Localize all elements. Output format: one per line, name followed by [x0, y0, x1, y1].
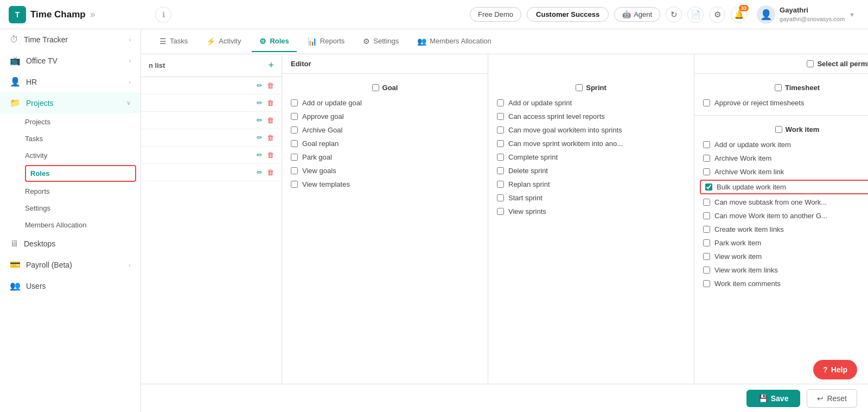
tab-roles[interactable]: ⚙ Roles — [252, 31, 296, 52]
sprint-section-checkbox[interactable] — [576, 84, 583, 91]
checkbox-goal-replan[interactable] — [291, 140, 298, 147]
help-button[interactable]: ? Help — [813, 360, 857, 379]
document-icon[interactable]: 📄 — [687, 7, 704, 23]
customer-success-button[interactable]: Customer Success — [527, 7, 609, 22]
checkbox-bulk-update-workitem[interactable] — [705, 183, 712, 191]
perm-add-update-goal: Add or update goal — [282, 96, 488, 110]
checkbox-add-update-goal[interactable] — [291, 99, 298, 106]
edit-role-button[interactable]: ✏ — [257, 151, 263, 159]
checkbox-sprint-reports[interactable] — [497, 113, 504, 120]
delete-role-button[interactable]: 🗑 — [267, 81, 274, 90]
checkbox-view-templates[interactable] — [291, 181, 298, 188]
tab-activity[interactable]: ⚡ Activity — [199, 31, 248, 52]
user-email: gayathri@snovasys.com — [780, 15, 845, 23]
sidebar-item-time-tracker[interactable]: ⏱ Time Tracker › — [0, 29, 141, 50]
edit-role-button[interactable]: ✏ — [257, 81, 263, 90]
checkbox-goal-workitem-sprint[interactable] — [497, 126, 504, 134]
edit-role-button[interactable]: ✏ — [257, 134, 263, 142]
checkbox-delete-sprint[interactable] — [497, 167, 504, 174]
checkbox-archive-workitem-link[interactable] — [703, 168, 710, 175]
user-area[interactable]: 👤 Gayathri gayathri@snovasys.com ▼ — [752, 3, 859, 26]
expand-icon[interactable]: » — [90, 9, 95, 20]
activity-tab-icon: ⚡ — [206, 37, 215, 46]
chevron-right-icon: › — [129, 36, 131, 43]
sidebar-sub-activity[interactable]: Activity — [25, 147, 141, 164]
edit-role-button[interactable]: ✏ — [257, 99, 263, 107]
delete-role-button[interactable]: 🗑 — [267, 168, 274, 176]
checkbox-move-subtask[interactable] — [703, 199, 710, 206]
edit-role-button[interactable]: ✏ — [257, 116, 263, 124]
settings-icon[interactable]: ⚙ — [709, 7, 725, 23]
tab-reports[interactable]: 📊 Reports — [300, 31, 353, 52]
timesheet-section-checkbox[interactable] — [775, 84, 782, 91]
sidebar-sub-settings[interactable]: Settings — [25, 200, 141, 217]
checkbox-park-workitem[interactable] — [703, 239, 710, 246]
refresh-icon[interactable]: ↻ — [666, 7, 682, 23]
tab-members-allocation[interactable]: 👥 Members Allocation — [410, 31, 499, 52]
checkbox-move-workitem-goal[interactable] — [703, 212, 710, 219]
sidebar-sub-reports[interactable]: Reports — [25, 183, 141, 200]
office-tv-icon: 📺 — [10, 55, 21, 66]
sidebar-item-users[interactable]: 👥 Users — [0, 275, 141, 296]
add-role-button[interactable]: + — [268, 60, 274, 71]
checkbox-sprint-workitem[interactable] — [497, 140, 504, 147]
sidebar-item-projects[interactable]: 📁 Projects ∨ — [0, 92, 141, 113]
tab-tasks[interactable]: ☰ Tasks — [152, 31, 195, 52]
select-all-checkbox[interactable] — [807, 60, 814, 67]
checkbox-create-workitem-links[interactable] — [703, 226, 710, 233]
tab-settings[interactable]: ⚙ Settings — [355, 31, 406, 52]
sidebar-item-hr[interactable]: 👤 HR › — [0, 71, 141, 92]
checkbox-archive-goal[interactable] — [291, 126, 298, 134]
checkbox-approve-goal[interactable] — [291, 113, 298, 120]
sidebar-sub-members-allocation[interactable]: Members Allocation — [25, 217, 141, 233]
sidebar-sub-tasks[interactable]: Tasks — [25, 130, 141, 147]
checkbox-view-workitem[interactable] — [703, 253, 710, 260]
checkbox-view-goals[interactable] — [291, 167, 298, 174]
workitem-section-checkbox[interactable] — [775, 126, 782, 133]
workitem-section-title: Work item — [694, 121, 868, 138]
checkbox-view-workitem-links[interactable] — [703, 267, 710, 274]
sprint-panel: Sprint Sprint Add or update sprint Can a… — [488, 54, 694, 412]
edit-role-button[interactable]: ✏ — [257, 168, 263, 176]
select-all-row: Select all permissions — [694, 54, 868, 74]
help-icon: ? — [823, 365, 828, 374]
sidebar-sub-roles[interactable]: Roles — [25, 165, 136, 182]
delete-role-button[interactable]: 🗑 — [267, 151, 274, 159]
checkbox-archive-workitem[interactable] — [703, 155, 710, 162]
perm-sprint-workitem: Can move sprint workitem into ano... — [488, 137, 694, 150]
checkbox-park-goal[interactable] — [291, 154, 298, 161]
agent-button[interactable]: 🤖 Agent — [614, 7, 660, 22]
perm-view-workitem-links: View work item links — [694, 263, 868, 277]
delete-role-button[interactable]: 🗑 — [267, 134, 274, 142]
user-name: Gayathri — [780, 6, 845, 15]
delete-role-button[interactable]: 🗑 — [267, 116, 274, 124]
sidebar-sub-projects[interactable]: Projects — [25, 113, 141, 130]
checkbox-add-sprint[interactable] — [497, 99, 504, 106]
info-icon[interactable]: ℹ — [155, 7, 171, 23]
checkbox-add-update-workitem[interactable] — [703, 141, 710, 148]
checkbox-complete-sprint[interactable] — [497, 154, 504, 161]
perm-bulk-update-workitem: Bulk update work item — [700, 180, 868, 194]
sidebar-item-office-tv[interactable]: 📺 Office TV › — [0, 50, 141, 71]
roles-list-header: n list + — [141, 54, 282, 77]
delete-role-button[interactable]: 🗑 — [267, 99, 274, 107]
perm-view-goals: View goals — [282, 164, 488, 178]
perm-replan-sprint: Replan sprint — [488, 178, 694, 191]
checkbox-approve-timesheets[interactable] — [703, 99, 710, 106]
checkbox-replan-sprint[interactable] — [497, 181, 504, 188]
checkbox-start-sprint[interactable] — [497, 194, 504, 201]
checkbox-workitem-comments[interactable] — [703, 280, 710, 287]
perm-goal-replan: Goal replan — [282, 137, 488, 150]
sidebar-item-desktops[interactable]: 🖥 Desktops — [0, 233, 141, 254]
top-navigation: T Time Champ » ℹ Free Demo Customer Succ… — [0, 0, 868, 29]
checkbox-view-sprints[interactable] — [497, 208, 504, 215]
reset-button[interactable]: ↩ Reset — [807, 389, 857, 408]
notification-icon[interactable]: 🔔 33 — [731, 7, 747, 23]
save-button[interactable]: 💾 Save — [746, 390, 801, 407]
perm-goal-workitem-sprint: Can move goal workitem into sprints — [488, 123, 694, 137]
timesheet-section: Timesheet Approve or reject timesheets — [694, 79, 868, 110]
sidebar-item-payroll[interactable]: 💳 Payroll (Beta) › — [0, 254, 141, 275]
free-demo-button[interactable]: Free Demo — [470, 7, 521, 22]
goal-section-title: Goal — [282, 79, 488, 96]
goal-section-checkbox[interactable] — [372, 84, 379, 91]
